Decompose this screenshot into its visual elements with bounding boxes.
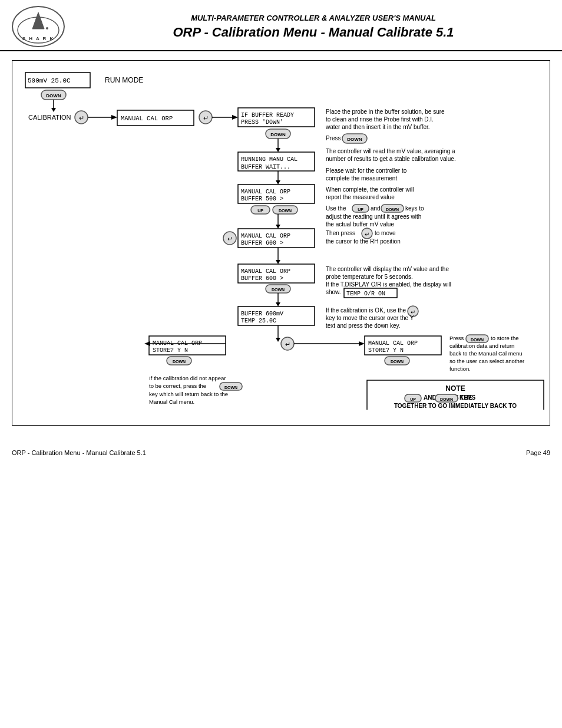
svg-text:STORE?       Y  N: STORE? Y N (153, 347, 188, 354)
svg-text:report the measured value: report the measured value (326, 194, 395, 200)
svg-text:to store the: to store the (491, 335, 519, 341)
footer-right: Page 49 (526, 449, 550, 456)
svg-text:text and press the down key.: text and press the down key. (326, 322, 401, 329)
page-header: S H A R K MULTI-PARAMETER CONTROLLER & A… (0, 0, 562, 51)
svg-text:to be correct, press the: to be correct, press the (149, 383, 206, 389)
svg-text:BUFFER    600   >: BUFFER 600 > (241, 240, 283, 246)
svg-text:function.: function. (449, 365, 471, 372)
svg-marker-1 (32, 12, 44, 29)
svg-marker-116 (144, 341, 150, 346)
svg-text:DOWN: DOWN (347, 137, 362, 142)
svg-text:DOWN: DOWN (224, 386, 237, 390)
svg-marker-43 (276, 180, 280, 185)
svg-marker-102 (359, 341, 365, 346)
svg-text:MANUAL CAL ORP: MANUAL CAL ORP (241, 233, 290, 239)
svg-text:DOWN: DOWN (386, 207, 399, 212)
page-footer: ORP - Calibration Menu - Manual Calibrat… (0, 443, 562, 462)
svg-text:TEMP     25.0C: TEMP 25.0C (241, 318, 276, 324)
svg-text:IF BUFFER READY: IF BUFFER READY (241, 112, 294, 118)
svg-text:DOWN: DOWN (270, 132, 286, 137)
svg-text:BUFFER  WAIT...: BUFFER WAIT... (241, 164, 290, 170)
svg-text:MANUAL CAL ORP: MANUAL CAL ORP (368, 340, 418, 347)
svg-text:MANUAL CAL ORP: MANUAL CAL ORP (241, 268, 290, 275)
svg-text:so the user can select another: so the user can select another (449, 358, 524, 364)
svg-text:the cursor to the RH position: the cursor to the RH position (326, 238, 401, 245)
svg-text:500mV  25.0C: 500mV 25.0C (28, 77, 71, 84)
svg-text:S H A R K: S H A R K (22, 36, 55, 41)
svg-text:complete the measurement: complete the measurement (326, 175, 397, 182)
svg-marker-93 (276, 338, 280, 342)
svg-text:TEMP O/R ON: TEMP O/R ON (346, 291, 385, 297)
svg-text:probe temperature for 5 second: probe temperature for 5 seconds. (326, 274, 413, 280)
svg-text:CALIBRATION: CALIBRATION (28, 114, 71, 121)
svg-text:Press: Press (326, 135, 341, 141)
page-title: ORP - Calibration Menu - Manual Calibrat… (77, 25, 550, 40)
svg-text:adjust the reading until it ag: adjust the reading until it agrees with (326, 213, 421, 220)
svg-text:key which will return back to : key which will return back to the (149, 391, 228, 397)
svg-text:STORE?       Y  N: STORE? Y N (368, 347, 404, 354)
svg-text:↵: ↵ (285, 341, 290, 348)
svg-text:TOGETHER TO GO IMMEDIATELY BAC: TOGETHER TO GO IMMEDIATELY BACK TO (394, 403, 517, 409)
svg-text:key to move the cursor over th: key to move the cursor over the Y (326, 315, 414, 321)
svg-text:back to the Manual Cal menu: back to the Manual Cal menu (449, 350, 523, 357)
svg-marker-75 (276, 260, 280, 264)
svg-marker-63 (276, 225, 280, 229)
svg-text:and: and (371, 205, 381, 212)
svg-text:Please wait for the controller: Please wait for the controller to (326, 167, 407, 174)
svg-text:DOWN: DOWN (391, 360, 404, 364)
svg-text:MANUAL CAL ORP: MANUAL CAL ORP (121, 115, 173, 122)
footer-left: ORP - Calibration Menu - Manual Calibrat… (12, 449, 146, 456)
manual-title: MULTI-PARAMETER CONTROLLER & ANALYZER US… (77, 14, 550, 22)
header-text-block: MULTI-PARAMETER CONTROLLER & ANALYZER US… (77, 14, 550, 40)
svg-text:show.: show. (326, 289, 341, 295)
svg-text:Place the probe in the buffer : Place the probe in the buffer solution, … (326, 108, 445, 115)
svg-text:BUFFER   600mV: BUFFER 600mV (241, 311, 283, 317)
svg-text:BUFFER  600     >: BUFFER 600 > (241, 275, 283, 282)
svg-text:If the T.DISPLAY O/R is enable: If the T.DISPLAY O/R is enabled, the dis… (326, 281, 451, 288)
svg-text:DOWN: DOWN (46, 93, 61, 98)
svg-text:Manual Cal menu.: Manual Cal menu. (149, 398, 194, 405)
svg-text:BUFFER    500   >: BUFFER 500 > (241, 196, 283, 202)
svg-text:↵: ↵ (79, 114, 84, 121)
svg-text:UP: UP (410, 397, 416, 401)
svg-text:water and then insert it in th: water and then insert it in the mV buffe… (325, 124, 430, 130)
svg-text:Then press: Then press (326, 230, 355, 236)
svg-text:DOWN: DOWN (440, 397, 453, 401)
svg-text:NOTE: NOTE (445, 384, 465, 393)
svg-text:↵: ↵ (227, 235, 233, 242)
svg-text:DOWN: DOWN (272, 288, 285, 292)
svg-text:DOWN: DOWN (471, 338, 484, 342)
svg-text:UP: UP (358, 207, 363, 212)
svg-text:RUN MODE: RUN MODE (105, 76, 143, 84)
diagram-box: 500mV 25.0C RUN MODE DOWN CALIBRATION ↵ (12, 60, 550, 426)
svg-text:↵: ↵ (203, 114, 209, 121)
svg-text:RUNNING MANU CAL: RUNNING MANU CAL (241, 156, 297, 163)
svg-text:the actual buffer mV value: the actual buffer mV value (326, 221, 394, 228)
svg-text:UP: UP (257, 209, 263, 213)
svg-text:keys to: keys to (405, 205, 424, 212)
svg-point-2 (46, 27, 48, 29)
svg-text:PRESS 'DOWN': PRESS 'DOWN' (241, 119, 283, 126)
svg-marker-10 (51, 108, 56, 112)
svg-text:The controller will read the m: The controller will read the mV value, a… (326, 148, 455, 154)
svg-text:to move: to move (375, 230, 396, 236)
svg-marker-21 (232, 115, 238, 120)
svg-text:Use the: Use the (326, 205, 346, 212)
flow-diagram: 500mV 25.0C RUN MODE DOWN CALIBRATION ↵ (19, 68, 556, 410)
svg-text:If the calibration is OK, use : If the calibration is OK, use the (326, 307, 406, 314)
svg-text:DOWN: DOWN (173, 360, 186, 364)
svg-marker-34 (276, 148, 280, 152)
svg-text:The controller will display th: The controller will display the mV value… (326, 266, 449, 272)
svg-text:When complete, the controller : When complete, the controller will (326, 186, 414, 193)
svg-marker-15 (111, 115, 117, 120)
svg-text:Press: Press (449, 335, 464, 341)
svg-text:If the calibration did not app: If the calibration did not appear (149, 375, 226, 381)
svg-text:DOWN: DOWN (279, 209, 292, 213)
svg-text:KEYS: KEYS (459, 394, 476, 401)
svg-text:AND: AND (424, 394, 437, 401)
svg-text:calibration data and return: calibration data and return (449, 342, 514, 349)
svg-text:to clean and rinse the Probe f: to clean and rinse the Probe first with … (326, 116, 434, 123)
svg-text:MANUAL CAL ORP: MANUAL CAL ORP (241, 189, 290, 195)
main-content: 500mV 25.0C RUN MODE DOWN CALIBRATION ↵ (0, 51, 562, 443)
svg-text:number of results to get a sta: number of results to get a stable calibr… (326, 156, 456, 162)
